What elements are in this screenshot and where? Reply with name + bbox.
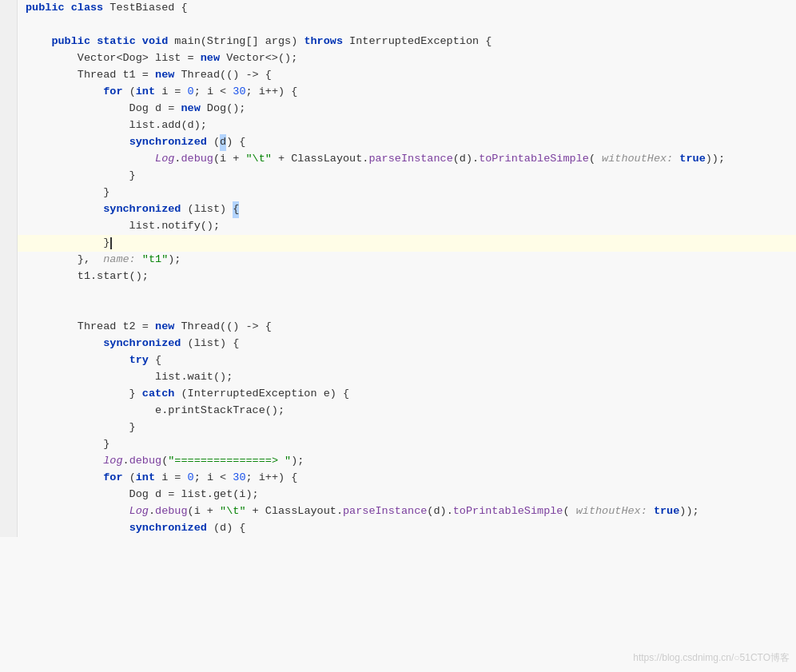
code-14: } [18,235,112,252]
gutter-21 [0,386,18,403]
gutter-blank1 [0,17,18,34]
code-17: Thread t2 = new Thread(() -> { [18,319,272,336]
code-8: synchronized (d) { [18,134,245,151]
line-5: for (int i = 0; i < 30; i++) { [0,84,796,101]
gutter-27 [0,487,18,503]
line-6: Dog d = new Dog(); [0,101,796,117]
code-3: Vector<Dog> list = new Vector<>(); [18,50,297,67]
code-24: } [18,436,109,453]
line-1: public class TestBiased { [0,0,796,17]
line-24: } [0,436,796,453]
gutter-6 [0,101,18,117]
line-26: for (int i = 0; i < 30; i++) { [0,470,796,487]
line-2: public static void main(String[] args) t… [0,34,796,50]
gutter-1 [0,0,18,17]
line-4: Thread t1 = new Thread(() -> { [0,67,796,84]
gutter-17 [0,319,18,336]
gutter-19 [0,352,18,369]
gutter-23 [0,420,18,436]
gutter-15 [0,252,18,268]
code-7: list.add(d); [18,117,207,134]
code-1: public class TestBiased { [18,0,188,17]
gutter-29 [0,520,18,537]
line-27: Dog d = list.get(i); [0,487,796,503]
code-23: } [18,420,136,436]
code-2: public static void main(String[] args) t… [18,34,492,50]
gutter-3 [0,50,18,67]
gutter-blank2 [0,285,18,302]
code-9: Log.debug(i + "\t" + ClassLayout.parseIn… [18,151,725,168]
line-13: list.notify(); [0,218,796,235]
gutter-20 [0,369,18,386]
code-15: }, name: "t1"); [18,252,181,268]
gutter-16 [0,268,18,285]
line-29: synchronized (d) { [0,520,796,537]
line-28: Log.debug(i + "\t" + ClassLayout.parseIn… [0,503,796,520]
code-12: synchronized (list) { [18,201,239,218]
gutter-10 [0,168,18,185]
gutter-7 [0,117,18,134]
code-6: Dog d = new Dog(); [18,101,245,117]
gutter-8 [0,134,18,151]
watermark: https://blog.csdnimg.cn/○51CTO博客 [633,650,790,666]
gutter-22 [0,403,18,420]
gutter-24 [0,436,18,453]
gutter-18 [0,336,18,352]
gutter-blank3 [0,302,18,319]
code-11: } [18,185,109,201]
line-14: } [0,235,796,252]
line-blank3 [0,302,796,319]
gutter-9 [0,151,18,168]
code-26: for (int i = 0; i < 30; i++) { [18,470,297,487]
gutter-12 [0,201,18,218]
line-16: t1.start(); [0,268,796,285]
line-8: synchronized (d) { [0,134,796,151]
gutter-14 [0,235,18,252]
code-blank3 [18,302,32,319]
code-blank2 [18,285,32,302]
code-22: e.printStackTrace(); [18,403,285,420]
code-20: list.wait(); [18,369,233,386]
line-11: } [0,185,796,201]
code-18: synchronized (list) { [18,336,239,352]
line-blank2 [0,285,796,302]
code-21: } catch (InterruptedException e) { [18,386,349,403]
line-9: Log.debug(i + "\t" + ClassLayout.parseIn… [0,151,796,168]
gutter-13 [0,218,18,235]
line-25: log.debug("===============> "); [0,453,796,470]
code-10: } [18,168,136,185]
gutter-5 [0,84,18,101]
line-17: Thread t2 = new Thread(() -> { [0,319,796,336]
line-23: } [0,420,796,436]
line-12: synchronized (list) { [0,201,796,218]
code-4: Thread t1 = new Thread(() -> { [18,67,272,84]
line-19: try { [0,352,796,369]
gutter-26 [0,470,18,487]
line-blank1 [0,17,796,34]
line-7: list.add(d); [0,117,796,134]
gutter-11 [0,185,18,201]
code-5: for (int i = 0; i < 30; i++) { [18,84,297,101]
line-20: list.wait(); [0,369,796,386]
gutter-28 [0,503,18,520]
code-27: Dog d = list.get(i); [18,487,259,503]
line-15: }, name: "t1"); [0,252,796,268]
line-10: } [0,168,796,185]
gutter-25 [0,453,18,470]
line-22: e.printStackTrace(); [0,403,796,420]
code-28: Log.debug(i + "\t" + ClassLayout.parseIn… [18,503,699,520]
code-13: list.notify(); [18,218,220,235]
code-29: synchronized (d) { [18,520,245,537]
code-editor: public class TestBiased { public static … [0,0,796,672]
gutter-2 [0,34,18,50]
code-blank1 [18,17,32,34]
gutter-4 [0,67,18,84]
code-25: log.debug("===============> "); [18,453,304,470]
code-16: t1.start(); [18,268,149,285]
line-21: } catch (InterruptedException e) { [0,386,796,403]
line-3: Vector<Dog> list = new Vector<>(); [0,50,796,67]
line-18: synchronized (list) { [0,336,796,352]
code-19: try { [18,352,161,369]
